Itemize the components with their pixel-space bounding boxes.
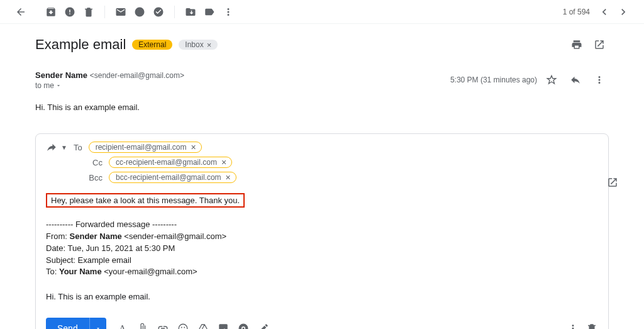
cc-chip[interactable]: cc-recipient-email@gmail.com × [109,157,232,168]
insert-link-icon[interactable] [157,322,169,329]
drive-icon[interactable] [197,322,209,329]
back-icon[interactable] [11,3,30,21]
discard-draft-icon[interactable] [586,322,598,329]
bcc-chip[interactable]: bcc-recipient-email@gmail.com × [109,172,236,183]
archive-icon[interactable] [42,3,60,21]
message-body: Hi. This is an example email. [35,103,609,112]
subject-text: Example email [35,36,126,53]
send-button[interactable]: Send [46,318,89,329]
to-chip[interactable]: recipient-email@gmail.com × [89,142,202,153]
to-label: To [74,143,82,152]
confidential-icon[interactable] [237,322,250,329]
send-button-group: Send [46,318,106,329]
reply-icon[interactable] [566,70,585,89]
inbox-badge[interactable]: Inbox × [179,40,218,50]
label-icon[interactable] [200,3,219,21]
open-new-window-icon[interactable] [590,35,609,54]
sender-email: <sender-email@gmail.com> [90,71,184,80]
move-to-icon[interactable] [181,3,200,21]
forward-type-icon[interactable] [46,142,60,153]
external-badge: External [132,40,172,50]
formatting-icon[interactable]: A [116,322,129,329]
message-time: 5:30 PM (31 minutes ago) [450,75,537,84]
snooze-icon[interactable] [130,3,149,21]
insert-signature-icon[interactable] [257,322,270,329]
message-header: Sender Name <sender-email@gmail.com> to … [35,70,609,90]
next-message-icon[interactable] [614,3,633,21]
add-task-icon[interactable] [149,3,168,21]
remove-inbox-label-icon[interactable]: × [207,41,212,49]
bcc-label: Bcc [82,173,103,182]
star-icon[interactable] [542,70,561,89]
compose-body-highlight[interactable]: Hey, please take a look at this message.… [46,193,245,208]
compose-box: ▼ To recipient-email@gmail.com × Cc cc-r… [35,133,609,329]
attach-icon[interactable] [136,322,149,329]
svg-point-0 [180,327,182,328]
svg-point-1 [184,327,185,328]
remove-to-chip-icon[interactable]: × [191,143,196,152]
mark-unread-icon[interactable] [111,3,130,21]
message-more-icon[interactable] [590,70,609,89]
remove-cc-chip-icon[interactable]: × [221,158,226,167]
message-toolbar: 1 of 594 [0,0,644,24]
sender-name: Sender Name [35,70,87,80]
forwarded-body: Hi. This is an example email. [46,292,598,301]
subject-row: Example email External Inbox × [35,35,609,54]
delete-icon[interactable] [79,3,98,21]
cc-label: Cc [82,158,103,167]
remove-bcc-chip-icon[interactable]: × [226,173,231,182]
insert-image-icon[interactable] [217,322,230,329]
prev-message-icon[interactable] [595,3,614,21]
compose-popout-icon[interactable] [603,173,622,192]
emoji-icon[interactable] [177,322,189,329]
recipient-expand[interactable]: to me [35,81,450,90]
separator [104,6,105,18]
compose-more-icon[interactable] [567,322,579,329]
send-options-dropdown[interactable] [89,318,106,329]
spam-icon[interactable] [60,3,79,21]
forwarded-block: ---------- Forwarded message --------- F… [46,219,598,278]
more-icon[interactable] [219,3,238,21]
message-counter: 1 of 594 [563,8,590,16]
reply-type-dropdown-icon[interactable]: ▼ [61,144,67,151]
print-icon[interactable] [567,35,586,54]
separator [174,6,175,18]
